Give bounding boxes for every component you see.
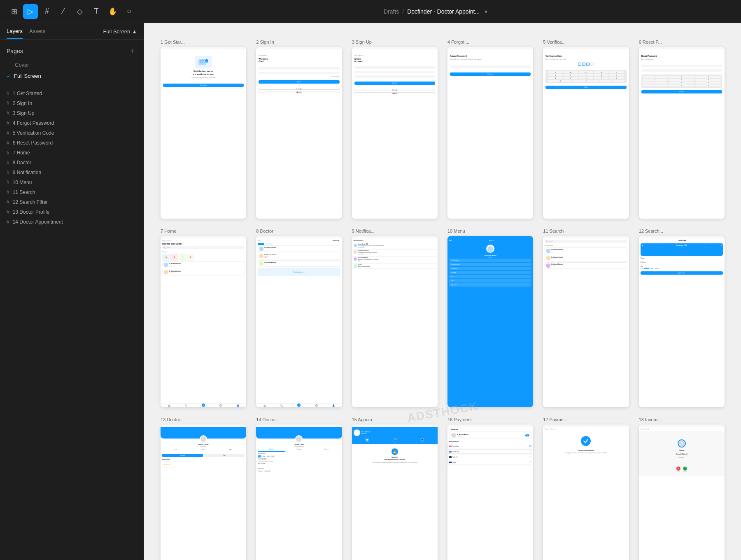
phone-screen-verify: Verification Code Enter the code we sent… xyxy=(543,47,629,219)
page-fullscreen[interactable]: ✓ Full Screen xyxy=(0,70,144,82)
fullscreen-toggle[interactable]: Full Screen ▲ xyxy=(103,28,137,39)
doctor-card-1: Dr. Mahmud Ibrahim Cardiology online xyxy=(258,245,340,252)
phone-screen-incomingcall: Incoming Call Calling Ronald RVieo3 Inco… xyxy=(639,425,725,560)
frame-card-10[interactable]: 8:41 Menu ··· Eduardo xyxy=(447,236,533,408)
home-doctor-1: Dr. Mahmud Ibrahim Cardiology ★★★★★ xyxy=(162,261,245,268)
chevron-up-icon: ▲ xyxy=(132,28,137,35)
frame-label-13: 13 Doctor... xyxy=(161,417,246,422)
frame-card-6[interactable]: Reset Password Enter a new password 1 2 xyxy=(639,47,725,219)
otp-box-3 xyxy=(586,63,590,66)
frame-card-11[interactable]: 🔍 Search Recent Search Dr. Mahmud Ibrahi… xyxy=(543,236,629,408)
menu-item-usd: USD xyxy=(449,279,531,282)
frame-card-15[interactable]: Doctor Detail Specialist 💬 📞 ❤ xyxy=(352,425,438,560)
apple-btn: 🍎 Apple xyxy=(354,92,435,94)
menu-item-doctors: Doctors List xyxy=(449,267,531,270)
name-input xyxy=(354,66,435,69)
tab-layers[interactable]: Layers xyxy=(7,28,23,39)
frame-label-18: 18 Incomi... xyxy=(639,417,725,422)
continue-btn: Continue xyxy=(450,72,531,76)
phone-screen-home: Hey, Kammar Find the best Doctor 🔍 Searc… xyxy=(161,236,246,408)
reset-btn: Confirm xyxy=(641,90,722,93)
notif-3: Dr. Hussain Ahmad Reminder: Your appoint… xyxy=(352,257,438,264)
frame-card-2[interactable]: Let's Sign In WelcomeBack! Forgot Passwo… xyxy=(256,47,342,219)
frame-card-1[interactable]: + Find the best doctorand medicine for y… xyxy=(161,47,246,219)
add-page-button[interactable]: + xyxy=(127,46,137,56)
doctor-card-3: Dr. Kameel Ahmewd Dentistry xyxy=(258,260,340,267)
paymentsuccess-content: Payment Success Payment Succes xyxy=(543,427,629,560)
svg-rect-1 xyxy=(200,61,204,61)
signup-btn: Sign Up xyxy=(354,82,435,85)
frame-card-12[interactable]: ← Select Date ◀ December 2023 ▶ xyxy=(639,236,725,408)
frame-wrapper-7: 7 Home Hey, Kammar Find the best Doctor … xyxy=(161,229,246,408)
frame-card-16[interactable]: ← Payment Dr. Hussain Ahmad Cardiology xyxy=(447,425,533,560)
frame-label-14: 14 Doctor... xyxy=(256,417,342,422)
layer-item-2[interactable]: # 2 Sign In xyxy=(0,98,144,108)
email-input xyxy=(354,71,435,73)
keyboard-row2: 1 2 3 4 5 xyxy=(546,74,625,76)
frame-card-17[interactable]: Payment Success Payment Succes xyxy=(543,425,629,560)
layer-item-7[interactable]: # 7 Home xyxy=(0,148,144,158)
frame-card-14[interactable]: Doctor Detail General Practice Overview … xyxy=(256,425,342,560)
frame-card-5[interactable]: Verification Code Enter the code we sent… xyxy=(543,47,629,219)
shape-tool-btn[interactable]: ◇ xyxy=(72,4,87,19)
frame-label-8: 8 Doctor xyxy=(256,229,342,233)
appointment-content: Doctor Detail Specialist 💬 📞 ❤ xyxy=(352,427,438,560)
hash-icon: # xyxy=(7,170,9,175)
frame-label-4: 4 Forgot ... xyxy=(447,40,533,44)
frame-card-7[interactable]: Hey, Kammar Find the best Doctor 🔍 Searc… xyxy=(161,236,246,408)
getstarted-illustration: + xyxy=(195,56,212,68)
menu-content: 8:41 Menu ··· Eduardo xyxy=(447,238,533,408)
home-doctor-2: Dr. Mahmud Ibrahim Neurology xyxy=(162,269,245,275)
frame-card-8[interactable]: 8:41 General + Ophtalm Gynaecol xyxy=(256,236,342,408)
frame-card-18[interactable]: Incoming Call Calling Ronald RVieo3 Inco… xyxy=(639,425,725,560)
frame-card-9[interactable]: Notifications Sasha - Wong, M.D Connecti… xyxy=(352,236,438,408)
layer-item-12[interactable]: # 12 Search FIlter xyxy=(0,197,144,207)
frame-card-13[interactable]: Douka Gelad Cardiology 4.5 Rating xyxy=(161,425,246,560)
layer-item-5[interactable]: # 5 Verification Code xyxy=(0,128,144,138)
text-tool-btn[interactable]: T xyxy=(89,4,104,19)
decline-btn: ✕ xyxy=(676,467,680,471)
layer-item-4[interactable]: # 4 Forgot Password xyxy=(0,118,144,128)
search-placeholder: Search xyxy=(166,247,170,248)
layer-item-9[interactable]: # 9 Notification xyxy=(0,168,144,177)
select-tool-btn[interactable]: ▷ xyxy=(23,4,38,19)
layer-item-10[interactable]: # 10 Menu xyxy=(0,177,144,187)
phone-screen-signin: Let's Sign In WelcomeBack! Forgot Passwo… xyxy=(256,47,342,219)
phone-screen-doctorprofile: Douka Gelad Cardiology 4.5 Rating xyxy=(161,425,246,560)
doctordetail-content: Doctor Detail General Practice Overview … xyxy=(256,427,342,560)
comment-tool-btn[interactable]: ○ xyxy=(122,4,137,19)
signin-content: Let's Sign In WelcomeBack! Forgot Passwo… xyxy=(256,49,342,219)
hash-icon: # xyxy=(7,91,9,96)
frame-card-3[interactable]: Let's Sign Up CreateAccount! Sign Up — o… xyxy=(352,47,438,219)
verify-btn: Verify xyxy=(545,86,626,89)
frame-wrapper-4: 4 Forgot ... Forgot Password We need to … xyxy=(447,40,533,219)
payment-content: ← Payment Dr. Hussain Ahmad Cardiology xyxy=(447,427,533,560)
layer-item-1[interactable]: # 1 Get Started xyxy=(0,89,144,98)
sidebar-divider xyxy=(0,85,144,85)
otp-inputs xyxy=(545,63,626,66)
apple-btn: 🍎 Apple xyxy=(259,91,339,93)
phone-screen-menu: 8:41 Menu ··· Eduardo xyxy=(447,236,533,408)
hash-icon: # xyxy=(7,189,9,195)
pen-tool-btn[interactable]: ∕ xyxy=(56,4,71,19)
page-cover[interactable]: Cover xyxy=(0,59,144,70)
layer-item-13[interactable]: # 13 Doctor Profile xyxy=(0,207,144,217)
chevron-down-icon: ▾ xyxy=(485,8,487,15)
verify-title: Verification Code xyxy=(545,55,626,57)
layer-item-11[interactable]: # 11 Search xyxy=(0,187,144,197)
forgot-title: Forgot Password xyxy=(450,55,531,57)
component-tool-btn[interactable]: ⊞ xyxy=(7,4,21,19)
layer-item-8[interactable]: # 8 Doctor xyxy=(0,158,144,168)
keyboard-grid: Q W E R T xyxy=(546,71,625,73)
frame-tool-btn[interactable]: # xyxy=(40,4,54,19)
frame-card-4[interactable]: Forgot Password We need to send a code t… xyxy=(447,47,533,219)
layer-item-6[interactable]: # 6 Reset Password xyxy=(0,138,144,148)
layer-item-14[interactable]: # 14 Doctor Appointment xyxy=(0,217,144,227)
hand-tool-btn[interactable]: ✋ xyxy=(105,4,120,19)
home-search: 🔍 Search xyxy=(162,246,245,249)
searchfilter-content: ← Select Date ◀ December 2023 ▶ xyxy=(639,238,725,408)
sidebar-tabs: Layers Assets Full Screen ▲ xyxy=(0,23,144,40)
tab-assets[interactable]: Assets xyxy=(29,28,45,39)
layer-item-3[interactable]: # 3 Sign Up xyxy=(0,108,144,118)
password-input xyxy=(354,75,435,78)
